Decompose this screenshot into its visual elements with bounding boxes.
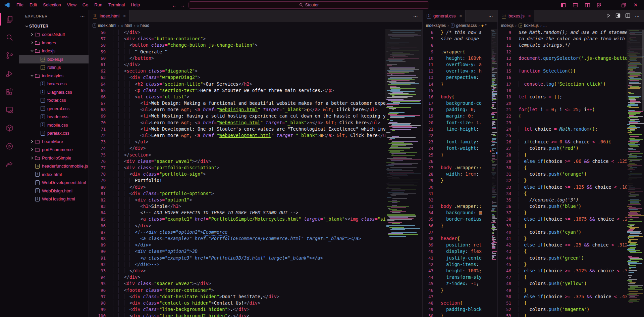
code-line[interactable]: justify-conte xyxy=(441,255,491,261)
code-line[interactable]: align-items: xyxy=(441,261,491,268)
command-center-search[interactable]: Stouter xyxy=(189,1,429,9)
breadcrumb-item[interactable]: .jsboxes.js xyxy=(518,23,539,28)
menu-file[interactable]: File xyxy=(13,1,26,9)
code-line[interactable]: display: flex xyxy=(441,248,491,255)
code-line[interactable]: } xyxy=(441,81,491,87)
code-line[interactable]: <div class="line-background1 hidden">.</… xyxy=(113,306,385,313)
code-line[interactable]: //console.log('3') xyxy=(519,197,627,203)
minimap-slider[interactable] xyxy=(491,29,497,100)
code-line[interactable]: <a class="example3" href="Portfolio3D/3d… xyxy=(113,255,385,261)
explorer-more-icon[interactable]: ⋯ xyxy=(80,13,85,19)
code-line[interactable]: else if(choice >= .06 && choice < .125) xyxy=(519,158,627,165)
code-line[interactable]: section{ xyxy=(441,300,491,306)
code-line[interactable]: </button> xyxy=(113,55,385,61)
code-line[interactable]: header{ xyxy=(441,235,491,242)
breadcrumb-item[interactable]: 3general.css xyxy=(450,23,477,28)
code-line[interactable] xyxy=(441,190,491,197)
code-line[interactable]: </div> xyxy=(113,242,385,248)
minimap[interactable] xyxy=(385,29,422,317)
code-line[interactable]: } xyxy=(441,223,491,229)
minimize-button[interactable]: – xyxy=(606,1,616,9)
code-line[interactable]: { xyxy=(519,274,627,280)
tree-item-mobile-css[interactable]: 3mobile.css xyxy=(19,121,89,129)
code-line[interactable]: else if(choice >= .125 && choice < .1875… xyxy=(519,184,627,190)
code-line[interactable]: width: 1rem; xyxy=(441,171,491,177)
code-line[interactable]: { xyxy=(519,300,627,306)
code-line[interactable]: } xyxy=(441,177,491,184)
code-editor[interactable]: 9101112131415161718192021222324252627282… xyxy=(498,29,644,317)
code-line[interactable] xyxy=(519,49,627,55)
tree-item-portecommerce[interactable]: portEcommerce xyxy=(19,146,89,154)
code-line[interactable]: } xyxy=(441,152,491,158)
tab-general.css[interactable]: 3general.css× xyxy=(423,10,466,22)
code-line[interactable]: } xyxy=(519,261,627,268)
code-line[interactable]: </div> xyxy=(113,274,385,280)
menu-go[interactable]: Go xyxy=(79,1,91,9)
run-icon[interactable] xyxy=(606,13,611,19)
code-line[interactable]: <!--<div class="option2">Ecommerce xyxy=(113,229,385,235)
scrollbar[interactable] xyxy=(642,30,644,111)
code-line[interactable]: let colors = []; xyxy=(519,94,627,100)
tree-item-footer-css[interactable]: 3footer.css xyxy=(19,96,89,105)
tree-root-stouter[interactable]: STOUTER xyxy=(19,22,89,31)
code-line[interactable]: <div class="option1"> xyxy=(113,197,385,203)
code-line[interactable]: { xyxy=(519,113,627,119)
explorer-icon[interactable] xyxy=(0,10,19,28)
close-icon[interactable]: × xyxy=(123,13,126,18)
code-line[interactable]: } xyxy=(519,210,627,216)
code-line[interactable]: <div class="portfolio-options"> xyxy=(113,190,385,197)
code-line[interactable]: font-weight: xyxy=(441,145,491,151)
code-line[interactable]: size and shape xyxy=(441,36,491,42)
breadcrumb-item[interactable]: indexjs xyxy=(501,23,514,28)
code-line[interactable]: padding: 0; xyxy=(441,106,491,113)
code-line[interactable]: <div class="contact-us hidden">Contact U… xyxy=(113,300,385,306)
code-line[interactable]: .wrapper{ xyxy=(441,49,491,55)
code-line[interactable]: <div class="line-background2 hidden">.</… xyxy=(113,313,385,317)
code-line[interactable]: <h3>Simple</h3> xyxy=(113,203,385,210)
code-line[interactable]: <p class="section-text">Here at Stouter … xyxy=(113,87,385,94)
more-icon[interactable]: ⋯ xyxy=(413,13,418,19)
code-line[interactable]: <div class="wrapperDiag2"> xyxy=(113,74,385,81)
code-line[interactable]: </div> xyxy=(113,223,385,229)
split-move-icon[interactable] xyxy=(615,13,621,19)
code-line[interactable]: </div> xyxy=(113,145,385,151)
restore-button[interactable] xyxy=(619,1,629,9)
code-line[interactable]: overflow-y: a xyxy=(441,61,491,68)
code-line[interactable]: colors.push('orange') xyxy=(519,171,627,177)
breadcrumb-item[interactable]: ◇head xyxy=(137,23,150,28)
cube-3d-icon[interactable] xyxy=(0,119,19,137)
code-line[interactable]: body .wrapper:: xyxy=(441,203,491,210)
code-line[interactable]: line-height: xyxy=(441,126,491,132)
code-line[interactable]: <div class="portfolio-sign"> xyxy=(113,171,385,177)
tree-item-images[interactable]: images xyxy=(19,39,89,47)
code-line[interactable]: <li>Web Design: Making a functional and … xyxy=(113,100,385,106)
breadcrumb-item[interactable]: ◆* xyxy=(481,23,487,28)
code-line[interactable]: colors.push('magenta') xyxy=(519,306,627,313)
code-line[interactable] xyxy=(441,158,491,165)
code-line[interactable]: <footer class="footer-container"> xyxy=(113,287,385,293)
code-line[interactable]: { xyxy=(519,223,627,229)
tree-item-webhosting-html[interactable]: 5WebHosting.html xyxy=(19,195,89,203)
code-line[interactable] xyxy=(441,42,491,48)
code-line[interactable]: border-radius xyxy=(441,216,491,222)
code-line[interactable]: console.log('Selection click') xyxy=(519,81,627,87)
code-line[interactable]: padding-block xyxy=(441,306,491,313)
code-line[interactable]: <h2 class="section-title">Our Services</… xyxy=(113,81,385,87)
code-line[interactable]: <ul>Learn more &gt; <a href="WebDisign.h… xyxy=(113,106,385,113)
code-line[interactable]: <ul>Learn more &gt; <a href="WebDevelopm… xyxy=(113,132,385,139)
code-line[interactable]: } xyxy=(519,287,627,293)
toggle-panel-icon[interactable] xyxy=(570,1,580,9)
minimap[interactable] xyxy=(491,29,497,317)
nav-forward-button[interactable]: → xyxy=(178,1,186,9)
close-icon[interactable]: × xyxy=(459,13,462,18)
tree-item-boxes-js[interactable]: .jsboxes.js xyxy=(19,55,89,63)
code-line[interactable]: let choice = Math.random(); xyxy=(519,126,627,132)
code-line[interactable]: overflow-x: h xyxy=(441,68,491,74)
code-line[interactable]: <div class="dont-hesitate hidden">Don't … xyxy=(113,293,385,300)
code-line[interactable]: colors.push('red') xyxy=(519,145,627,151)
code-line[interactable]: { xyxy=(519,248,627,255)
search-icon[interactable] xyxy=(0,28,19,46)
code-line[interactable]: </div> xyxy=(113,61,385,68)
code-line[interactable]: use Math.random(); and use an if stateme… xyxy=(519,29,627,36)
code-line[interactable]: <div class="spacer wave2"></div> xyxy=(113,280,385,287)
